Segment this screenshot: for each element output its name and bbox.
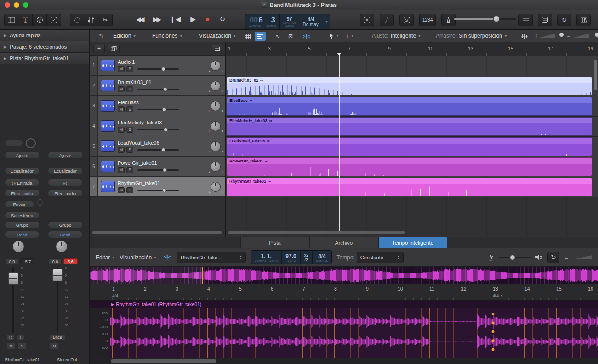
snap-edits-button[interactable]: >╿< xyxy=(301,32,312,41)
master-volume-slider[interactable] xyxy=(454,18,516,20)
speaker-icon[interactable] xyxy=(535,254,543,260)
track-row[interactable]: 1 Audio 1 M S LR xyxy=(90,56,225,76)
channel-sends-button[interactable]: Enviar xyxy=(5,201,34,208)
track-solo-button[interactable]: S xyxy=(126,147,133,153)
track-lane[interactable] xyxy=(226,56,598,76)
track-solo-button[interactable]: S xyxy=(126,167,133,173)
flex-button[interactable]: ⊠ xyxy=(285,32,296,41)
audio-region[interactable]: DrumKit.03_01∞ xyxy=(227,77,592,95)
track-row-selected[interactable]: 7 RhythmGtr_take01 MS LR xyxy=(90,177,225,197)
audio-region[interactable]: ElecBass∞ xyxy=(227,97,592,116)
track-solo-button[interactable]: S xyxy=(126,127,133,133)
view-menu[interactable]: Visualización▼ xyxy=(199,33,236,39)
channel-audiofx-button[interactable]: Efec. audio xyxy=(5,190,40,197)
output-group-button[interactable]: Grupo xyxy=(48,221,83,229)
output-fader[interactable] xyxy=(52,269,63,281)
volume-value[interactable]: -5,7 xyxy=(20,258,34,264)
track-volume-slider[interactable] xyxy=(137,89,179,90)
track-lane[interactable]: RhythmGtr_take01∞ xyxy=(226,177,598,197)
hzoom-knob[interactable] xyxy=(595,33,598,37)
pan-value[interactable]: 0,0 xyxy=(6,258,18,264)
track-header-options-button[interactable] xyxy=(212,45,222,53)
secondary-tool-menu[interactable]: +▼ xyxy=(346,33,354,39)
lcd-tempo[interactable]: 97 ADAPTAR TEMPO xyxy=(280,14,300,29)
audio-region-selected[interactable]: RhythmGtr_take01∞ xyxy=(227,178,592,196)
pointer-tool-menu[interactable]: ▼ xyxy=(329,33,339,39)
output-mute-button[interactable]: M xyxy=(50,342,59,349)
volume-knob[interactable] xyxy=(493,16,500,22)
playhead-marker[interactable] xyxy=(337,53,342,56)
lcd-key-signature[interactable]: 4/4 Do may. xyxy=(299,14,323,29)
track-volume-slider[interactable] xyxy=(137,109,179,110)
edit-menu[interactable]: Edición▼ xyxy=(113,33,136,39)
output-format-button[interactable]: ◎ xyxy=(48,179,83,186)
track-solo-button[interactable]: S xyxy=(126,106,133,112)
channel-fader[interactable] xyxy=(8,272,18,285)
track-row[interactable]: 5 LeadVocal_take06 MS LR xyxy=(90,136,225,157)
inspector-toggle-button[interactable]: i xyxy=(18,14,33,26)
duplicate-track-button[interactable] xyxy=(108,45,120,53)
output-pan-value[interactable]: 0,0 xyxy=(49,258,62,264)
track-lane[interactable]: PowerGtr_take01∞ xyxy=(226,157,598,177)
track-volume-slider[interactable] xyxy=(137,169,179,171)
browsers-button[interactable] xyxy=(576,14,591,26)
apple-loops-button[interactable]: ↻ xyxy=(557,14,571,26)
solo-button[interactable]: S xyxy=(17,342,27,349)
stop-button[interactable]: ❙◀ xyxy=(170,15,181,23)
track-volume-slider[interactable] xyxy=(137,68,179,70)
mixer-toggle-button[interactable] xyxy=(84,14,98,26)
editor-scrollbar-track[interactable] xyxy=(90,358,598,364)
track-lane[interactable]: ElecMelody_take03∞ xyxy=(226,117,598,137)
grid-view-button[interactable] xyxy=(242,32,253,41)
editor-scrollbar-thumb[interactable] xyxy=(111,359,216,363)
track-lane[interactable]: DrumKit.03_01∞ xyxy=(226,76,598,96)
tab-tempo-inteligente[interactable]: Tempo inteligente xyxy=(378,237,447,248)
track-name[interactable]: LeadVocal_take06 xyxy=(118,140,207,146)
vertical-scrollbar[interactable] xyxy=(594,60,597,90)
editor-view-menu[interactable]: Visualización▼ xyxy=(120,254,157,261)
channel-eq-button[interactable]: Ecualizador xyxy=(5,167,40,174)
tab-archivo[interactable]: Archivo xyxy=(309,237,378,248)
editor-edit-menu[interactable]: Editar▼ xyxy=(96,254,115,261)
editor-zoom-slider[interactable] xyxy=(574,255,592,259)
tab-pista[interactable]: Pista xyxy=(240,237,309,248)
forward-button[interactable]: ▶▶ xyxy=(153,16,160,23)
record-enable-button[interactable]: R xyxy=(6,334,15,341)
tempo-halve-button[interactable]: /2 xyxy=(305,258,308,262)
audio-region[interactable]: LeadVocal_take06∞ xyxy=(227,137,592,156)
editor-waveform[interactable] xyxy=(110,308,598,358)
track-row[interactable]: 4 ElecMelody_take03 MS LR xyxy=(90,116,225,136)
add-track-button[interactable]: + xyxy=(93,45,105,53)
audio-region[interactable]: PowerGtr_take01∞ xyxy=(227,157,592,176)
track-name[interactable]: Audio 1 xyxy=(118,59,207,65)
timesig-change-label[interactable]: 4/4▼ xyxy=(493,293,503,298)
count-in-button[interactable]: 1234 xyxy=(419,14,436,26)
track-pan-knob[interactable] xyxy=(211,81,221,91)
tempo-double-button[interactable]: x2 xyxy=(304,253,308,258)
timeline-scrollbar[interactable] xyxy=(228,231,405,234)
tools-button[interactable]: ✂ xyxy=(98,14,113,26)
lcd-position[interactable]: 006 3 COMPÁS TIEMPO xyxy=(245,14,280,29)
track-row[interactable]: 2 DrumKit.03_01 MS LR xyxy=(90,76,225,96)
record-button[interactable]: ● xyxy=(205,15,210,23)
track-inspector-header[interactable]: ▶ Pista: RhythmGtr_take01 xyxy=(0,53,89,64)
channel-output-button[interactable]: Sal estéreo xyxy=(5,212,40,219)
track-row[interactable]: 3 ElecBass MS LR xyxy=(90,96,225,116)
lcd-display[interactable]: 006 3 COMPÁS TIEMPO 97 ADAPTAR TEMPO 4/4 xyxy=(245,14,330,29)
playhead-line[interactable] xyxy=(339,53,340,231)
zoom-window-button[interactable] xyxy=(23,2,28,8)
metronome-icon[interactable] xyxy=(488,254,494,261)
tempo-mode-selector[interactable]: Constante▲▼ xyxy=(357,252,404,263)
list-editors-button[interactable] xyxy=(518,14,533,26)
bounce-button[interactable]: Bnce xyxy=(50,334,65,341)
output-volume-value[interactable]: 3,6 xyxy=(63,258,78,264)
region-inspector-header[interactable]: ▶ Pasaje: 6 seleccionados xyxy=(0,41,89,53)
channel-group-button[interactable]: Grupo xyxy=(5,221,40,229)
audio-region[interactable]: ElecMelody_take03∞ xyxy=(227,117,592,136)
track-lane[interactable]: LeadVocal_take06∞ xyxy=(226,137,598,157)
vzoom-knob[interactable] xyxy=(559,33,564,37)
track-volume-slider[interactable] xyxy=(137,190,179,191)
track-mute-button[interactable]: M xyxy=(118,147,125,153)
quick-help-header[interactable]: ▶ Ayuda rápida xyxy=(0,30,89,41)
output-eq-button[interactable]: Ecualizador xyxy=(48,167,83,174)
